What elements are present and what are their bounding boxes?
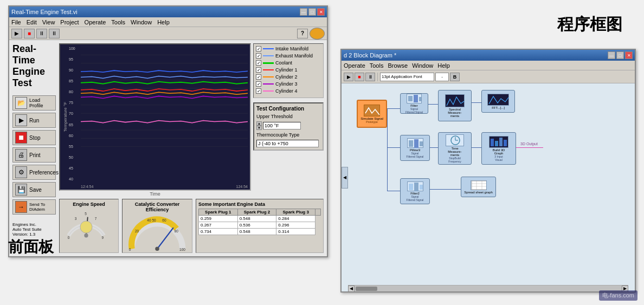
cyl3-checkbox[interactable]: ✓ xyxy=(256,81,261,87)
bd-toolbar-pause[interactable]: ⏸ xyxy=(365,73,375,81)
filter2-icon xyxy=(407,181,423,191)
bd-toolbar-stop[interactable]: ■ xyxy=(355,73,364,81)
row3-sp2: 0.548 xyxy=(237,229,276,235)
bd-scroll-thumb[interactable] xyxy=(356,287,377,291)
bd-toolbar-font-bold[interactable]: B xyxy=(450,73,460,81)
row3-sp3: 0.314 xyxy=(276,229,315,235)
test-config: Test Configuration Upper Threshold ▲ ▼ xyxy=(253,102,324,151)
bd-node-build-graph[interactable]: Build 3DGraph 3 InputVisual xyxy=(481,132,516,165)
toolbar-abort-btn[interactable]: ■ xyxy=(24,29,35,38)
print-icon: 🖨 xyxy=(15,149,27,161)
menu-file[interactable]: File xyxy=(11,19,21,25)
cyl3-line xyxy=(263,83,274,85)
window-title: Real-Time Engine Test.vi xyxy=(11,9,78,15)
svg-rect-40 xyxy=(499,138,503,146)
menu-project[interactable]: Project xyxy=(60,19,79,25)
svg-text:0: 0 xyxy=(68,236,70,239)
menu-edit[interactable]: Edit xyxy=(27,19,37,25)
upper-threshold-field[interactable] xyxy=(263,122,301,129)
load-profile-btn[interactable]: 📂 LoadProfile xyxy=(12,95,56,111)
send-to-diadem-btn[interactable]: → Send ToDIAdem xyxy=(12,199,56,215)
cyl2-line xyxy=(263,76,274,77)
cyl1-checkbox[interactable]: ✓ xyxy=(256,67,261,73)
wire-sim-filter1 xyxy=(387,108,400,109)
upper-threshold-label: Upper Threshold xyxy=(256,114,320,119)
menu-window[interactable]: Window xyxy=(131,19,152,25)
bd-node-simulate[interactable]: Simulate Signal Prototype xyxy=(357,100,387,128)
coolant-line xyxy=(263,62,274,64)
intake-label: Intake Manifold xyxy=(275,46,308,51)
bd-toolbar-font-selector[interactable]: 13pt Application Font xyxy=(380,73,434,81)
toolbar-pause-btn[interactable]: ⏸ xyxy=(36,29,47,38)
bd-node-filter1[interactable]: Filter SignalFiltered Signal xyxy=(400,93,428,114)
bd-window: d 2 Block Diagram * — □ ✕ Operate Tools … xyxy=(340,49,636,293)
bd-menu-browse[interactable]: Browse xyxy=(388,62,408,69)
legend-item-exhaust: ✓ Exhaust Manifold xyxy=(256,53,321,59)
bd-node-fft[interactable]: FFT...[...] xyxy=(481,90,515,113)
minimize-btn[interactable]: — xyxy=(300,8,307,16)
toolbar-pause2-btn[interactable]: ⏸ xyxy=(49,29,60,38)
coolant-label: Coolant xyxy=(275,60,292,66)
menu-help[interactable]: Help xyxy=(157,19,170,25)
svg-rect-39 xyxy=(495,141,498,146)
bd-close-btn[interactable]: ✕ xyxy=(625,51,633,59)
bd-menu-help[interactable]: Help xyxy=(437,62,450,69)
simulate-icon xyxy=(364,105,380,116)
menu-tools[interactable]: Tools xyxy=(111,19,125,25)
thermocouple-field[interactable] xyxy=(256,140,319,147)
front-panel-area: Real-Time Engine Test.vi — □ ✕ File Edit… xyxy=(0,0,331,265)
exhaust-line xyxy=(263,55,274,56)
svg-rect-33 xyxy=(414,139,418,148)
run-btn[interactable]: ▶ Run xyxy=(12,113,56,128)
bd-menu-tools[interactable]: Tools xyxy=(370,62,384,69)
menu-view[interactable]: View xyxy=(42,19,55,25)
bd-left-tab[interactable]: ◀ xyxy=(342,167,348,189)
wire-time-graph xyxy=(472,147,481,148)
time-icon xyxy=(446,134,464,146)
window-content: Real-Time Engine Test 📂 LoadProfile ▶ Ru… xyxy=(9,40,327,256)
svg-text:5: 5 xyxy=(85,212,87,216)
bd-maximize-btn[interactable]: □ xyxy=(616,51,624,59)
toolbar-run-btn[interactable]: ▶ xyxy=(11,29,22,38)
print-btn[interactable]: 🖨 Print xyxy=(12,147,56,163)
toolbar-context-btn[interactable] xyxy=(310,28,325,40)
legend-item-cyl1: ✓ Cylinder 1 xyxy=(256,67,321,73)
svg-text:20: 20 xyxy=(135,229,139,233)
bd-minimize-btn[interactable]: — xyxy=(608,51,615,59)
bd-toolbar-run[interactable]: ▶ xyxy=(344,73,353,81)
engine-data-container: Some Important Engine Data Spark Plug 1 … xyxy=(196,199,324,253)
spin-down-btn[interactable]: ▼ xyxy=(256,126,262,130)
svg-rect-44 xyxy=(420,185,423,190)
table-row: 0.734 0.548 0.314 xyxy=(199,229,321,235)
bd-toolbar-font-size[interactable]: - xyxy=(435,73,449,81)
main-area: Temperature °F 100 95 90 85 80 75 70 xyxy=(59,43,324,253)
bd-node-pillow3[interactable]: Pillow3 SignalFiltered Signal xyxy=(400,135,430,161)
bd-menu-window[interactable]: Window xyxy=(412,62,433,69)
bd-node-spectral[interactable]: SpectralMeasure-ments xyxy=(438,90,472,121)
cyl1-line xyxy=(263,69,274,70)
maximize-btn[interactable]: □ xyxy=(308,8,316,16)
toolbar-help-btn[interactable]: ? xyxy=(297,29,308,38)
preferences-btn[interactable]: ⚙ Preferences xyxy=(12,165,56,180)
intake-checkbox[interactable]: ✓ xyxy=(256,46,261,51)
bd-node-filter2[interactable]: Filter2 SignalFiltered Signal xyxy=(400,178,430,204)
bd-scrollbar-h[interactable]: ◀ ▶ xyxy=(348,285,628,291)
exhaust-checkbox[interactable]: ✓ xyxy=(256,53,261,59)
legend-panel: ✓ Intake Manifold ✓ Exhaust Manifold ✓ xyxy=(253,43,324,98)
save-btn[interactable]: 💾 Save xyxy=(12,182,56,197)
close-btn[interactable]: ✕ xyxy=(317,8,325,16)
bd-scroll-left[interactable]: ◀ xyxy=(348,285,355,292)
spin-up-btn[interactable]: ▲ xyxy=(256,121,262,126)
bd-node-spreadsheet[interactable]: Spread sheet graph xyxy=(461,177,496,197)
cyl4-checkbox[interactable]: ✓ xyxy=(256,88,261,94)
cyl2-checkbox[interactable]: ✓ xyxy=(256,74,261,80)
coolant-checkbox[interactable]: ✓ xyxy=(256,60,261,66)
bd-menu-operate[interactable]: Operate xyxy=(344,62,365,69)
menu-operate[interactable]: Operate xyxy=(85,19,106,25)
wire-sim-pillow3 xyxy=(387,147,400,148)
catalytic-title: Catalytic Converter Efficiency xyxy=(125,202,190,212)
bd-node-time-meas[interactable]: TimeMeasure-ments StopBuildFrequency xyxy=(438,132,472,165)
stop-btn[interactable]: ■ Stop xyxy=(12,130,56,145)
toolbar: ▶ ■ ⏸ ⏸ ? xyxy=(9,27,327,40)
row1-sp1: 0.259 xyxy=(199,216,238,222)
